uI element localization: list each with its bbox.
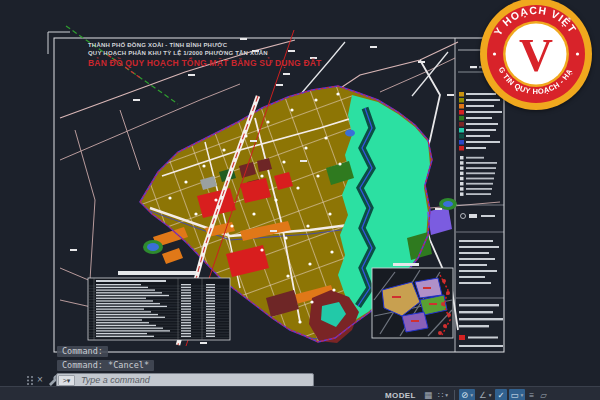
annotation-scale-icon[interactable]: ▱ [538,389,549,400]
command-input[interactable]: >▾ Type a command [56,373,314,387]
command-history-line[interactable]: Command: *Cancel* [57,360,154,371]
chevron-down-icon[interactable]: ▾ [445,389,448,400]
command-placeholder: Type a command [81,375,150,385]
chevron-down-icon[interactable]: ▾ [470,389,473,400]
logo-monogram: V [519,29,553,81]
close-icon[interactable]: × [37,375,43,385]
sheet-subtitle-1: THÀNH PHỐ ĐỒNG XOÀI - TỈNH BÌNH PHƯỚC [88,42,321,50]
status-separator [454,390,455,400]
selection-cycling-icon[interactable]: ▭▾ [509,389,526,400]
legend-symbols [461,214,496,219]
lineweight-icon[interactable]: ≡ [527,389,536,400]
command-line-icon[interactable]: >▾ [58,375,75,386]
inset-map[interactable] [372,263,453,338]
grip-handle-icon[interactable] [26,375,33,386]
sheet-subtitle-2: QUY HOẠCH PHÂN KHU TỶ LỆ 1/2000 PHƯỜNG T… [88,50,321,58]
command-palette-controls: × [26,374,59,386]
autocad-window: THÀNH PHỐ ĐỒNG XOÀI - TỈNH BÌNH PHƯỚC QU… [0,0,600,400]
statistics-table[interactable] [88,271,230,340]
isodraft-icon[interactable]: ⊘▾ [459,389,475,400]
status-bar: MODEL ▦∷▾⊘▾∠▾✓▭▾≡▱ [385,389,549,400]
chevron-down-icon[interactable]: ▾ [521,389,524,400]
osnap-icon[interactable]: ✓ [495,389,506,400]
model-space-button[interactable]: MODEL [385,391,416,400]
grid-icon[interactable]: ▦ [422,389,434,400]
snap-icon[interactable]: ∷▾ [436,389,450,400]
sheet-title-block: THÀNH PHỐ ĐỒNG XOÀI - TỈNH BÌNH PHƯỚC QU… [88,42,321,69]
watermark-logo: QUY HOẠCH VIỆT VN THÔNG TIN QUY HOẠCH - … [477,0,595,114]
chevron-down-icon[interactable]: ▾ [489,389,492,400]
command-history-line[interactable]: Command: [57,346,108,357]
sheet-main-title: BẢN ĐỒ QUY HOẠCH TỔNG MẶT BẰNG SỬ DỤNG Đ… [88,58,321,69]
polar-tracking-icon[interactable]: ∠▾ [477,389,493,400]
